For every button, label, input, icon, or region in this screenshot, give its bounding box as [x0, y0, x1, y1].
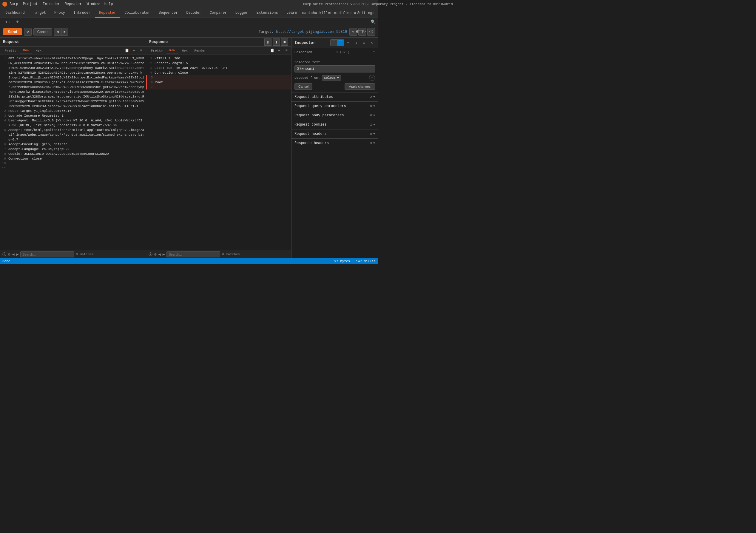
request-toolbar: Send ⚙ Cancel ◀ ▶ Target: http://target.… — [0, 26, 378, 38]
inspector-view-grid[interactable]: ☵ — [337, 40, 344, 46]
inspector-layout-icon[interactable]: ⇔ — [345, 40, 352, 46]
line-content: Accept-Language: zh-CN,zh;q=0.9 — [8, 147, 69, 151]
response-tab-hex[interactable]: Hex — [179, 48, 191, 53]
menu-window[interactable]: Window — [87, 2, 99, 6]
tab-repeater[interactable]: Repeater — [95, 8, 121, 18]
response-more-icon[interactable]: ≡ — [284, 48, 289, 54]
request-more-icon[interactable]: ≡ — [138, 48, 144, 54]
response-wrap-icon[interactable]: ↩ — [276, 48, 282, 54]
inspector-section-request-query-parameters[interactable]: Request query parameters 0 ▼ — [291, 102, 378, 111]
tab-extensions[interactable]: Extensions — [253, 8, 282, 18]
apply-changes-button[interactable]: Apply changes — [345, 83, 375, 90]
repeater-tab-1[interactable]: 1 ✕ — [2, 20, 14, 24]
tab-intruder[interactable]: Intruder — [69, 8, 95, 18]
tab-learn[interactable]: Learn — [282, 8, 301, 18]
inspector-settings-icon[interactable]: ⚙ — [361, 40, 367, 46]
response-copy-icon[interactable]: 📋 — [269, 48, 275, 54]
line-number: 1 — [146, 56, 154, 61]
selection-section: Selection 8 (0x8) ⌃ — [291, 48, 378, 58]
fwd-search-icon[interactable]: ▶ — [16, 252, 19, 257]
cancel-button[interactable]: Cancel — [33, 28, 52, 36]
menu-project[interactable]: Project — [23, 2, 38, 6]
tab-dashboard[interactable]: Dashboard — [1, 8, 29, 18]
tab-proxy[interactable]: Proxy — [50, 8, 69, 18]
request-tab-pretty[interactable]: Pretty — [2, 48, 20, 53]
selected-text-value: 27whoami — [294, 65, 375, 72]
line-content: HTTP/1.1 200 — [154, 56, 180, 61]
line-content: Connection: close — [8, 156, 42, 161]
add-encoding-button[interactable]: + — [369, 75, 375, 81]
search-icon[interactable]: 🔍 — [370, 19, 376, 24]
inspector-layout-icon2[interactable]: ⇕ — [353, 40, 360, 46]
response-code-line: 1HTTP/1.1 200 — [146, 56, 291, 61]
inspector-section-response-headers[interactable]: Response headers 3 ▼ — [291, 139, 378, 148]
forward-arrow[interactable]: ▶ — [61, 28, 68, 36]
add-tab-button[interactable]: + — [14, 19, 21, 25]
menu-repeater[interactable]: Repeater — [65, 2, 82, 6]
request-bottom-bar: ⓘ ⚙ ◀ ▶ 0 matches — [0, 250, 146, 258]
repeater-tab-row: 1 ✕ + 🔍 — [0, 18, 378, 26]
resp-help-icon[interactable]: ⓘ — [148, 252, 152, 257]
chevron-down-icon: ▼ — [373, 123, 375, 126]
inspector-section-request-body-parameters[interactable]: Request body parameters 0 ▼ — [291, 111, 378, 120]
response-tab-icons: 📋 ↩ ≡ — [269, 48, 289, 54]
line-number: 6 — [0, 142, 8, 147]
tab-collaborator[interactable]: Collaborator — [120, 8, 154, 18]
response-tab-pretty[interactable]: Pretty — [148, 48, 166, 53]
response-tab-raw[interactable]: Raw — [167, 48, 178, 53]
inspector-section-request-attributes[interactable]: Request attributes 2 ▼ — [291, 93, 378, 102]
response-layout-btn1[interactable]: ▯ — [264, 39, 272, 46]
line-content: Content-Length: 5 — [154, 61, 188, 66]
request-wrap-icon[interactable]: ↩ — [131, 48, 137, 54]
burp-logo-icon — [2, 2, 7, 7]
selection-label-row: Selection 8 (0x8) ⌃ — [294, 50, 375, 54]
response-layout-btn3[interactable]: ■ — [281, 39, 288, 46]
back-arrow[interactable]: ◀ — [54, 28, 61, 36]
target-url: http://target.yijinglab.com:55816 — [276, 30, 347, 34]
http-version-selector[interactable]: HTTP/1 — [358, 28, 366, 36]
response-search-input[interactable] — [167, 252, 220, 257]
resp-back-icon[interactable]: ◀ — [158, 252, 161, 257]
request-code-line: 6Accept-Encoding: gzip, deflate — [0, 142, 146, 147]
request-code-line: 2Host: target.yijinglab.com:55816 — [0, 109, 146, 113]
menu-intruder[interactable]: Intruder — [43, 2, 60, 6]
line-number: 4 — [0, 118, 8, 128]
tab-sequencer[interactable]: Sequencer — [154, 8, 182, 18]
cancel-selection-button[interactable]: Cancel — [294, 83, 312, 90]
tab-decoder[interactable]: Decoder — [182, 8, 205, 18]
settings-small-icon[interactable]: ⚙ — [8, 252, 11, 257]
response-layout-btn2[interactable]: ▮ — [273, 39, 280, 46]
inspector-section-request-cookies[interactable]: Request cookies 1 ▼ — [291, 120, 378, 129]
line-number: 3 — [146, 66, 154, 70]
chevron-down-icon: ▼ — [373, 142, 375, 145]
info-icon[interactable]: ⓘ — [367, 28, 375, 36]
menu-burp[interactable]: Burp — [10, 2, 18, 6]
request-search-input[interactable] — [20, 252, 74, 257]
inspector-view-list[interactable]: ☰ — [331, 40, 337, 46]
section-title: Request cookies — [294, 122, 327, 127]
tab-logger[interactable]: Logger — [231, 8, 253, 18]
settings-button[interactable]: ⚙ Settings — [354, 11, 374, 15]
request-tab-hex[interactable]: Hex — [33, 48, 44, 53]
request-code-area: 1GET /struts2-showcase/%24%7B%28%23dm%3D… — [0, 55, 146, 250]
back-search-icon[interactable]: ◀ — [12, 252, 14, 257]
extension-label[interactable]: captcha-killer-modified — [302, 11, 352, 15]
selection-label-text: Selection — [294, 50, 312, 54]
line-number: 6 — [147, 80, 155, 85]
resp-settings-icon[interactable]: ⚙ — [154, 252, 157, 257]
resp-fwd-icon[interactable]: ▶ — [163, 252, 165, 257]
menu-help[interactable]: Help — [104, 2, 113, 6]
settings-icon-btn[interactable]: ⚙ — [24, 28, 32, 36]
request-copy-icon[interactable]: 📋 — [124, 48, 130, 54]
send-button[interactable]: Send — [3, 28, 22, 35]
inspector-section-request-headers[interactable]: Request headers 8 ▼ — [291, 129, 378, 139]
close-tab-icon[interactable]: ✕ — [9, 20, 11, 24]
tab-comparer[interactable]: Comparer — [205, 8, 231, 18]
help-icon[interactable]: ⓘ — [2, 252, 6, 257]
tab-target[interactable]: Target — [29, 8, 50, 18]
decoded-from-select[interactable]: Select ▼ — [322, 75, 341, 81]
inspector-close-icon[interactable]: ✕ — [368, 40, 375, 46]
request-tab-raw[interactable]: Raw — [20, 48, 32, 53]
response-tab-render[interactable]: Render — [191, 48, 209, 53]
section-title: Request body parameters — [294, 113, 344, 118]
